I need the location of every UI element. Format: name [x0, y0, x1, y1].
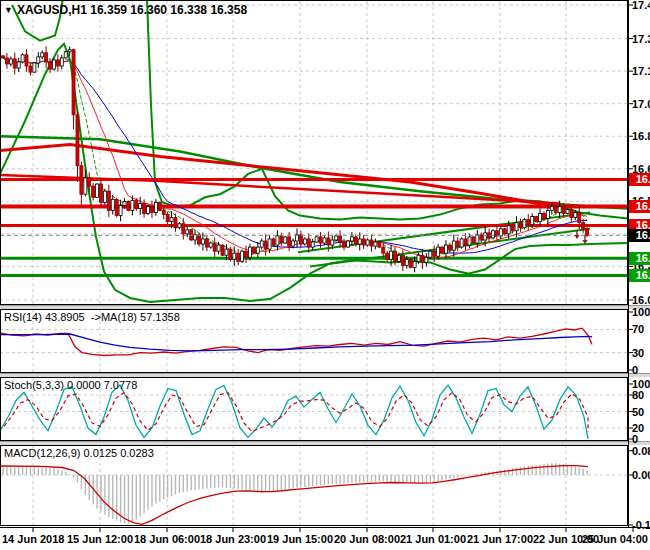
stoch-panel[interactable] — [0, 377, 628, 441]
rsi-panel[interactable] — [0, 309, 628, 373]
macd-panel[interactable] — [0, 445, 628, 526]
chart-window: ▼XAGUSD,H1 16.359 16.360 16.338 16.358 R… — [0, 0, 650, 550]
main-chart-panel[interactable] — [0, 0, 628, 305]
